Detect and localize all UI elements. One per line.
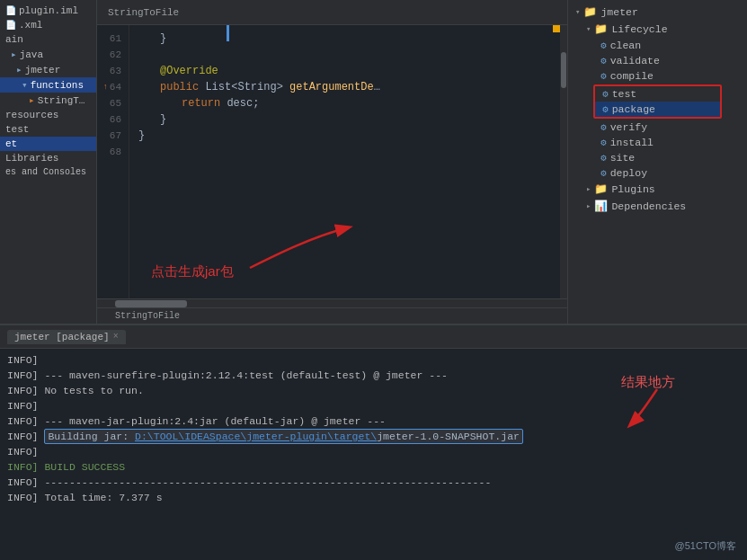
- terminal-body: INFO] INFO] --- maven-surefire-plugin:2.…: [0, 349, 747, 560]
- sidebar-item-java[interactable]: ▸ java: [0, 47, 96, 62]
- scrollbar-thumb[interactable]: [115, 300, 187, 307]
- folder-icon: ▸: [11, 49, 17, 60]
- sidebar-label: java: [20, 49, 43, 60]
- maven-root-jmeter[interactable]: ▾ 📁 jmeter: [568, 4, 747, 21]
- sidebar-item-resources[interactable]: resources: [0, 108, 96, 122]
- maven-dependencies-section[interactable]: ▸ 📊 Dependencies: [568, 198, 747, 215]
- sidebar-label: ain: [5, 34, 23, 45]
- sidebar-item-stringt[interactable]: ▸ StringT…: [0, 93, 96, 108]
- folder-icon: ▾: [22, 79, 28, 91]
- result-annotation-text: 结果地方: [621, 374, 675, 389]
- sidebar-item-jmeter[interactable]: ▸ jmeter: [0, 62, 96, 77]
- maven-plugins-section[interactable]: ▸ 📁 Plugins: [568, 181, 747, 198]
- lifecycle-folder-icon: 📁: [594, 22, 608, 36]
- gear-icon: ⚙: [602, 103, 609, 115]
- code-line-66: }: [138, 111, 551, 128]
- terminal-line-1: INFO]: [7, 352, 740, 368]
- lifecycle-label: Lifecycle: [611, 23, 667, 35]
- expand-icon: ▾: [575, 7, 580, 17]
- sidebar-label: StringT…: [38, 95, 85, 106]
- gear-icon: ⚙: [600, 70, 607, 82]
- terminal-close-button[interactable]: ×: [113, 332, 119, 342]
- terminal-section: jmeter [package] × INFO] INFO] --- maven…: [0, 324, 747, 560]
- editor-tab: StringToFile: [108, 7, 179, 18]
- maven-item-label: test: [612, 88, 637, 100]
- terminal-line-7: INFO]: [7, 444, 740, 459]
- sidebar-item-plugin-iml[interactable]: 📄 plugin.iml: [0, 4, 96, 18]
- sidebar-item-test[interactable]: test: [0, 122, 96, 137]
- line-indicator: [227, 25, 229, 41]
- maven-item-clean[interactable]: ⚙ clean: [568, 38, 747, 53]
- vertical-scrollbar[interactable]: [560, 25, 567, 298]
- maven-item-deploy[interactable]: ⚙ deploy: [568, 165, 747, 181]
- maven-item-validate[interactable]: ⚙ validate: [568, 53, 747, 68]
- code-line-62: [138, 47, 551, 63]
- file-icon: 📄: [5, 20, 16, 31]
- code-line-67: }: [138, 128, 551, 144]
- maven-item-test[interactable]: ⚙ test: [595, 86, 720, 102]
- terminal-tab-jmeter[interactable]: jmeter [package] ×: [7, 330, 126, 344]
- gear-icon: ⚙: [600, 152, 607, 164]
- sidebar-label: .xml: [19, 20, 42, 31]
- code-editor: StringToFile 61 62 63 ↑64 65 66 67 68 } …: [97, 0, 567, 324]
- sidebar-label: resources: [5, 110, 58, 120]
- code-line-64: public List<String> getArgumentDe…: [138, 79, 551, 95]
- gear-icon: ⚙: [600, 55, 607, 67]
- sidebar-label: Libraries: [5, 153, 58, 164]
- maven-panel: ▾ 📁 jmeter ▾ 📁 Lifecycle ⚙ clean ⚙ valid…: [567, 0, 747, 324]
- sidebar-label: jmeter: [25, 65, 61, 76]
- sidebar-item-ain[interactable]: ain: [0, 32, 96, 47]
- code-line-61: }: [138, 31, 551, 47]
- sidebar-item-consoles[interactable]: es and Consoles: [0, 165, 96, 179]
- watermark: @51CTO博客: [675, 539, 736, 553]
- info-tag: INFO] Total time: 7.377 s: [7, 492, 163, 503]
- maven-item-label: verify: [610, 121, 647, 133]
- code-line-68: [138, 144, 551, 160]
- maven-item-label: package: [612, 103, 655, 115]
- scroll-thumb[interactable]: [561, 52, 566, 88]
- sidebar-item-xml[interactable]: 📄 .xml: [0, 18, 96, 32]
- filename-label: StringToFile: [115, 311, 180, 321]
- maven-lifecycle-section[interactable]: ▾ 📁 Lifecycle: [568, 21, 747, 38]
- info-tag: INFO] --- maven-jar-plugin:2.4:jar (defa…: [7, 415, 386, 427]
- maven-folder-icon: 📁: [583, 5, 597, 19]
- arrow-icon: ▸: [29, 94, 35, 106]
- top-section: 📄 plugin.iml 📄 .xml ain ▸ java ▸ jmeter …: [0, 0, 747, 324]
- maven-item-site[interactable]: ⚙ site: [568, 150, 747, 165]
- jar-filename: jmeter-1.0-SNAPSHOT.jar: [377, 431, 520, 442]
- maven-highlight-box: ⚙ test ⚙ package: [593, 84, 722, 119]
- info-tag: INFO]: [7, 431, 44, 442]
- file-icon: 📄: [5, 5, 16, 16]
- build-success-text: INFO] BUILD SUCCESS: [7, 461, 125, 473]
- info-tag: INFO]: [7, 400, 39, 412]
- sidebar-item-functions[interactable]: ▾ functions: [0, 77, 96, 93]
- build-jar-highlight: Building jar: D:\TOOL\IDEASpace\jmeter-p…: [44, 429, 523, 444]
- maven-item-label: validate: [610, 55, 660, 67]
- sidebar-item-et[interactable]: et: [0, 137, 96, 151]
- gear-icon: ⚙: [600, 167, 607, 179]
- maven-item-install[interactable]: ⚙ install: [568, 135, 747, 150]
- maven-item-verify[interactable]: ⚙ verify: [568, 120, 747, 135]
- code-line-65: return desc;: [138, 95, 551, 111]
- maven-item-package[interactable]: ⚙ package: [595, 102, 720, 117]
- annotation-text: 点击生成jar包: [151, 263, 234, 280]
- deps-folder-icon: 📊: [594, 200, 608, 213]
- code-line-63: @Override: [138, 63, 551, 79]
- maven-item-compile[interactable]: ⚙ compile: [568, 68, 747, 84]
- line-numbers: 61 62 63 ↑64 65 66 67 68: [97, 25, 129, 298]
- terminal-line-9: INFO] ----------------------------------…: [7, 475, 740, 490]
- annotation-container: 点击生成jar包: [151, 263, 234, 280]
- sidebar-label: test: [5, 124, 29, 135]
- annotation-arrow-svg: [241, 218, 367, 272]
- terminal-tab-label: jmeter [package]: [14, 332, 110, 342]
- sidebar-item-libraries[interactable]: Libraries: [0, 151, 96, 165]
- lifecycle-expand-icon: ▾: [586, 24, 591, 34]
- terminal-tab-bar: jmeter [package] ×: [0, 325, 747, 349]
- maven-item-label: compile: [610, 70, 654, 82]
- horizontal-scrollbar[interactable]: [97, 298, 567, 307]
- yellow-marker: [553, 25, 560, 32]
- result-arrow-svg: [603, 385, 675, 430]
- sidebar-label: plugin.iml: [19, 5, 78, 16]
- maven-item-label: clean: [610, 40, 642, 51]
- gear-icon: ⚙: [600, 137, 607, 148]
